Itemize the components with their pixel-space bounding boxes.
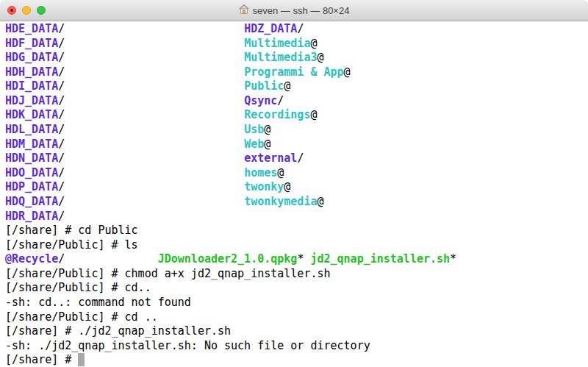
terminal-text-segment: Qsync xyxy=(244,94,277,107)
terminal-text-segment: Multimedia3 xyxy=(244,51,317,64)
terminal-text-segment: twonky xyxy=(244,180,284,193)
terminal-line: [/share/Public] # chmod a+x jd2_qnap_ins… xyxy=(5,267,588,282)
terminal-text-segment xyxy=(65,37,244,50)
terminal-text-segment xyxy=(65,94,244,107)
terminal-line: -sh: cd..: command not found xyxy=(5,296,588,310)
terminal-text-segment: HDO_DATA xyxy=(5,166,58,179)
terminal-text-segment: HDZ_DATA xyxy=(244,22,297,35)
terminal-text-segment: Multimedia xyxy=(244,37,310,50)
close-button[interactable] xyxy=(7,6,16,15)
terminal-text-segment: @ xyxy=(310,37,317,50)
terminal-text-segment: / xyxy=(58,138,65,151)
terminal-line: HDR_DATA/ xyxy=(5,210,588,224)
zoom-button[interactable] xyxy=(37,6,46,15)
terminal-line: HDI_DATA/ Public@ xyxy=(5,79,588,94)
terminal-line: HDM_DATA/ Web@ xyxy=(5,138,588,152)
terminal-text-segment: / xyxy=(58,37,65,50)
terminal-text-segment: [/share/Public] # cd .. xyxy=(5,310,158,324)
terminal-line: HDE_DATA/ HDZ_DATA/ xyxy=(5,22,588,37)
terminal-text-segment: * xyxy=(450,252,456,266)
terminal-line: [/share/Public] # ls xyxy=(5,238,588,253)
terminal-text-segment: twonkymedia xyxy=(244,195,317,208)
terminal-text-segment xyxy=(65,65,244,79)
terminal-text-segment: / xyxy=(58,79,65,93)
terminal-text-segment xyxy=(65,22,244,35)
window-titlebar: seven — ssh — 80×24 xyxy=(0,0,588,21)
terminal-line: HDJ_DATA/ Qsync/ xyxy=(5,94,588,109)
terminal-text-segment: / xyxy=(58,195,65,208)
terminal-line: HDH_DATA/ Programmi & App@ xyxy=(5,65,588,80)
terminal-text-segment xyxy=(65,180,244,193)
terminal-text-segment: HDN_DATA xyxy=(5,152,58,165)
terminal-text-segment: Web xyxy=(244,138,264,151)
terminal-text-segment xyxy=(65,108,244,121)
terminal-text-segment: HDL_DATA xyxy=(5,123,58,136)
terminal-text-segment: @ xyxy=(317,195,323,208)
terminal-text-segment: @ xyxy=(344,65,351,79)
terminal-text-segment: HDG_DATA xyxy=(5,51,58,64)
terminal-text-segment: HDM_DATA xyxy=(5,138,58,151)
terminal-line: HDO_DATA/ homes@ xyxy=(5,166,588,181)
title-wrap: seven — ssh — 80×24 xyxy=(239,4,350,16)
terminal-text-segment: @ xyxy=(317,51,323,64)
terminal-text-segment: [/share/Public] # chmod a+x jd2_qnap_ins… xyxy=(5,267,331,280)
terminal-text-segment: homes xyxy=(244,166,277,179)
window-title: seven — ssh — 80×24 xyxy=(253,5,350,16)
terminal-text-segment: Public xyxy=(244,79,284,93)
terminal-text-segment: [/share/Public] # cd.. xyxy=(5,281,151,294)
terminal-line: HDL_DATA/ Usb@ xyxy=(5,123,588,138)
terminal-text-segment: Programmi & App xyxy=(244,65,343,79)
terminal-line: [/share] # ./jd2_qnap_installer.sh xyxy=(5,324,588,339)
terminal-line: HDP_DATA/ twonky@ xyxy=(5,180,588,195)
terminal-text-segment: HDJ_DATA xyxy=(5,94,58,107)
terminal-text-segment: HDR_DATA xyxy=(5,210,58,223)
terminal-text-segment: * xyxy=(297,252,310,266)
terminal-line: HDG_DATA/ Multimedia3@ xyxy=(5,51,588,65)
terminal-text-segment: @ xyxy=(277,166,284,179)
terminal-text-segment: / xyxy=(58,252,65,266)
terminal-text-segment: Recordings xyxy=(244,108,310,121)
terminal-text-segment: / xyxy=(58,152,65,165)
terminal-text-segment: @ xyxy=(310,108,317,121)
terminal-text-segment xyxy=(65,79,244,93)
terminal-text-segment: HDI_DATA xyxy=(5,79,58,93)
terminal-text-segment: jd2_qnap_installer.sh xyxy=(310,252,450,266)
home-folder-icon xyxy=(239,4,249,16)
terminal-text-segment: / xyxy=(58,22,65,35)
terminal-text-segment: / xyxy=(58,180,65,193)
terminal-line: HDK_DATA/ Recordings@ xyxy=(5,108,588,123)
terminal-window: seven — ssh — 80×24 HDE_DATA/ HDZ_DATA/H… xyxy=(0,0,588,367)
terminal-text-segment: / xyxy=(58,51,65,64)
terminal-line: [/share/Public] # cd .. xyxy=(5,310,588,325)
terminal-line: -sh: ./jd2_qnap_installer.sh: No such fi… xyxy=(5,339,588,354)
terminal-text-segment xyxy=(65,166,244,179)
terminal-text-segment: @ xyxy=(264,138,270,151)
traffic-lights xyxy=(7,0,46,21)
terminal-text-segment xyxy=(65,138,244,151)
terminal-line: [/share] # xyxy=(5,353,588,367)
terminal-text-segment: [/share/Public] # ls xyxy=(5,238,138,252)
terminal-text-segment: / xyxy=(297,152,304,165)
terminal-line: HDQ_DATA/ twonkymedia@ xyxy=(5,195,588,210)
terminal-cursor xyxy=(78,353,85,366)
terminal-text-segment: HDF_DATA xyxy=(5,37,58,50)
terminal-text-segment: / xyxy=(58,65,65,79)
terminal-text-segment: [/share] # ./jd2_qnap_installer.sh xyxy=(5,324,231,338)
terminal-text-segment: / xyxy=(297,22,304,35)
terminal-text-segment: HDH_DATA xyxy=(5,65,58,79)
terminal-text-segment: JDownloader2_1.0.qpkg xyxy=(158,252,298,266)
terminal-text-segment: @ xyxy=(284,79,290,93)
terminal-text-segment: [/share] # xyxy=(5,353,78,366)
terminal-text-segment: external xyxy=(244,152,297,165)
terminal-text-segment: -sh: cd..: command not found xyxy=(5,296,191,309)
terminal-text-segment: @ xyxy=(264,123,270,136)
terminal-text-segment xyxy=(65,252,157,266)
terminal-screen[interactable]: HDE_DATA/ HDZ_DATA/HDF_DATA/ Multimedia@… xyxy=(0,21,588,367)
terminal-text-segment: HDQ_DATA xyxy=(5,195,58,208)
terminal-line: HDF_DATA/ Multimedia@ xyxy=(5,37,588,51)
minimize-button[interactable] xyxy=(22,6,31,15)
terminal-text-segment: / xyxy=(58,94,65,107)
terminal-text-segment xyxy=(65,195,244,208)
terminal-text-segment xyxy=(65,123,244,136)
terminal-text-segment: / xyxy=(58,108,65,121)
